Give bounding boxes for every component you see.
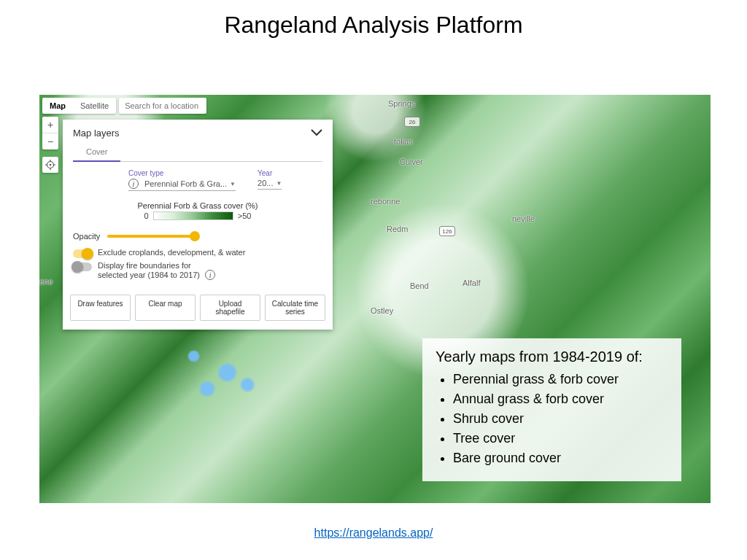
zoom-in-button[interactable]: + <box>42 117 58 133</box>
cover-type-select[interactable]: i Perennial Forb & Gra... ▼ <box>128 179 236 191</box>
chevron-down-icon <box>311 129 322 136</box>
locate-button[interactable] <box>42 157 58 173</box>
clear-map-button[interactable]: Clear map <box>135 295 196 321</box>
toggle-knob <box>82 248 93 260</box>
map-label: ene <box>39 277 53 286</box>
zoom-control[interactable]: + − <box>42 117 58 149</box>
collapse-panel-button[interactable] <box>311 127 322 139</box>
upload-shapefile-button[interactable]: Upload shapefile <box>200 295 260 321</box>
draw-features-button[interactable]: Draw features <box>70 295 131 321</box>
calculate-timeseries-button[interactable]: Calculate time series <box>265 295 325 321</box>
toggle-exclude-croplands[interactable] <box>73 249 92 258</box>
map-canvas[interactable]: Springs tolius Culver rebonne Redm nevil… <box>39 95 711 503</box>
list-item: Perennial grass & forb cover <box>453 370 668 389</box>
list-item: Bare ground cover <box>453 448 668 468</box>
toggle-knob <box>71 261 83 273</box>
legend-ramp <box>153 211 233 220</box>
map-type-switch[interactable]: Map Satellite <box>42 98 116 114</box>
footer-link: https://rangelands.app/ <box>0 526 747 540</box>
toggle-fire-label: Display fire boundaries for selected yea… <box>98 261 218 280</box>
map-label: Culver <box>400 158 423 166</box>
toggle-fire-boundaries[interactable] <box>73 262 92 271</box>
year-label: Year <box>258 169 282 177</box>
list-item: Tree cover <box>453 429 668 448</box>
page-title: Rangeland Analysis Platform <box>0 0 747 44</box>
map-label: neville <box>512 214 535 223</box>
color-legend: Perennial Forb & Grass cover (%) 0 >50 <box>63 194 333 225</box>
svg-point-1 <box>50 164 52 166</box>
route-badge: 126 <box>439 226 455 236</box>
opacity-label: Opacity <box>73 232 100 241</box>
map-label: Ostley <box>371 306 393 315</box>
legend-max: >50 <box>238 211 252 220</box>
map-layers-panel: Map layers Cover Cover type i Perennial … <box>63 120 333 330</box>
cover-type-label: Cover type <box>128 169 236 177</box>
tab-rest <box>120 143 322 162</box>
info-list: Perennial grass & forb cover Annual gras… <box>436 370 668 468</box>
map-label: Alfalf <box>462 279 480 287</box>
year-value: 20... <box>258 179 273 187</box>
legend-min: 0 <box>144 211 149 220</box>
zoom-out-button[interactable]: − <box>42 133 58 149</box>
chevron-down-icon: ▼ <box>276 180 282 187</box>
source-url-link[interactable]: https://rangelands.app/ <box>314 526 433 539</box>
map-label: Springs <box>388 99 415 108</box>
map-label: Bend <box>410 281 429 290</box>
search-input[interactable] <box>119 98 206 114</box>
cover-type-value: Perennial Forb & Gra... <box>144 179 227 188</box>
map-label: tolius <box>394 137 413 146</box>
map-label: Redm <box>387 225 408 233</box>
panel-title: Map layers <box>73 128 120 139</box>
info-heading: Yearly maps from 1984-2019 of: <box>436 349 668 365</box>
info-icon[interactable]: i <box>128 179 139 189</box>
map-type-satellite[interactable]: Satellite <box>73 98 116 114</box>
legend-title: Perennial Forb & Grass cover (%) <box>77 201 318 210</box>
list-item: Annual grass & forb cover <box>453 389 668 409</box>
year-select[interactable]: 20... ▼ <box>258 179 282 190</box>
tab-cover[interactable]: Cover <box>73 143 120 162</box>
opacity-slider[interactable] <box>107 235 195 238</box>
map-type-map[interactable]: Map <box>42 98 73 114</box>
toggle-exclude-label: Exclude croplands, development, & water <box>98 248 245 257</box>
slider-thumb[interactable] <box>190 231 200 241</box>
chevron-down-icon: ▼ <box>230 181 236 187</box>
info-overlay-box: Yearly maps from 1984-2019 of: Perennial… <box>422 338 681 481</box>
list-item: Shrub cover <box>453 409 668 429</box>
target-icon <box>45 160 55 170</box>
map-label: rebonne <box>371 197 400 206</box>
info-icon[interactable]: i <box>205 270 215 280</box>
route-badge: 26 <box>404 117 420 127</box>
